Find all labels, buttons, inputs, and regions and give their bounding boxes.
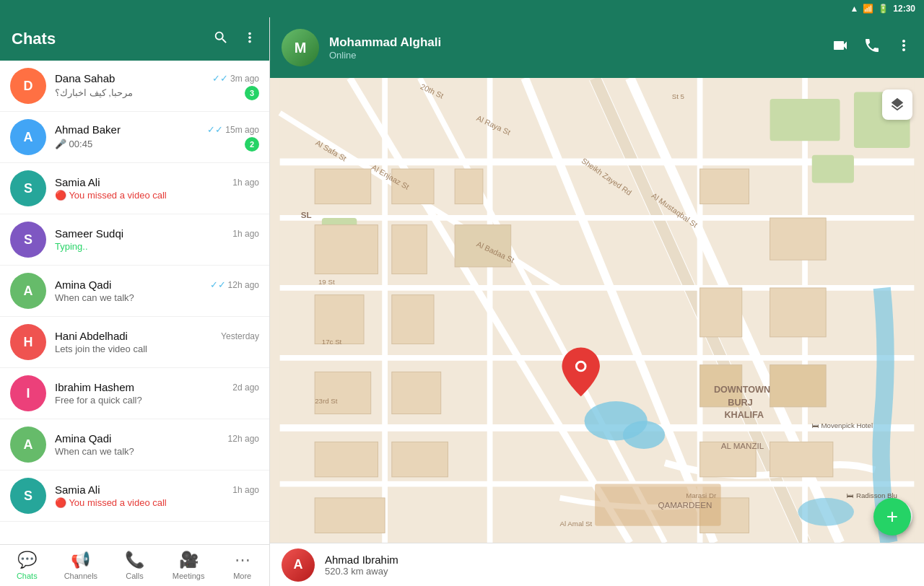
chat-preview-text: Typing..: [55, 241, 88, 252]
svg-rect-31: [315, 295, 364, 344]
chat-preview-text: When can we talk?: [55, 292, 134, 303]
chat-time: ✓✓15m ago: [207, 124, 259, 135]
nav-item-meetings[interactable]: 🎥 Meetings: [162, 546, 216, 585]
chat-info: Amina Qadi 12h ago When can we talk?: [55, 432, 259, 457]
map-layer-button[interactable]: [882, 89, 912, 120]
more-nav-label: More: [233, 572, 251, 580]
left-panel: Chats D Dana Sahab ✓✓3m ago مرحبا, كيف ا…: [0, 17, 270, 586]
chat-header-actions: [832, 37, 912, 58]
chat-item[interactable]: D Dana Sahab ✓✓3m ago مرحبا, كيف اخبارك؟…: [0, 61, 269, 112]
wifi-icon: ▲: [850, 4, 858, 14]
svg-point-71: [578, 363, 585, 370]
chat-info: Samia Ali 1h ago 🔴 You missed a video ca…: [55, 484, 259, 508]
chat-name: Amina Qadi: [55, 279, 111, 291]
chat-name-row: Ahmad Baker ✓✓15m ago: [55, 123, 259, 136]
svg-text:KHALIFA: KHALIFA: [725, 410, 764, 420]
chat-item[interactable]: S Samia Ali 1h ago 🔴 You missed a video …: [0, 163, 269, 214]
chat-preview: When can we talk?: [55, 292, 259, 303]
chat-preview: Typing..: [55, 241, 259, 252]
chat-item[interactable]: A Amina Qadi ✓✓12h ago When can we talk?: [0, 266, 269, 317]
location-info: Ahmad Ibrahim 520.3 km away: [325, 554, 912, 577]
status-bar: ▲ 📶 🔋 12:30: [0, 0, 924, 17]
more-options-button[interactable]: [242, 30, 258, 49]
chat-name-row: Sameer Sudqi 1h ago: [55, 227, 259, 240]
avatar: S: [10, 170, 46, 206]
avatar: S: [10, 222, 46, 258]
avatar: A: [10, 119, 46, 155]
svg-rect-32: [392, 295, 434, 344]
chat-item[interactable]: S Sameer Sudqi 1h ago Typing..: [0, 214, 269, 266]
nav-item-calls[interactable]: 📞 Calls: [108, 546, 162, 585]
contact-status: Online: [329, 50, 821, 61]
chat-item[interactable]: A Amina Qadi 12h ago When can we talk?: [0, 419, 269, 471]
chat-preview-text: Free for a quick call?: [55, 395, 142, 406]
svg-text:DOWNTOWN: DOWNTOWN: [714, 385, 770, 395]
chat-preview: 🎤 00:45 2: [55, 137, 259, 152]
svg-rect-25: [315, 169, 371, 204]
svg-rect-42: [392, 442, 448, 476]
svg-rect-18: [770, 99, 840, 141]
meetings-nav-icon: 🎥: [179, 551, 199, 569]
svg-text:19 St: 19 St: [318, 278, 335, 286]
chat-name-row: Dana Sahab ✓✓3m ago: [55, 72, 259, 84]
chat-info: Samia Ali 1h ago 🔴 You missed a video ca…: [55, 176, 259, 201]
chat-name: Hani Abdelhadi: [55, 330, 128, 342]
svg-point-24: [798, 498, 854, 526]
chat-preview: When can we talk?: [55, 446, 259, 457]
phone-call-button[interactable]: [863, 37, 881, 58]
double-tick-icon: ✓✓: [207, 124, 223, 135]
chat-name: Samia Ali: [55, 176, 100, 188]
chat-name: Amina Qadi: [55, 432, 111, 445]
unread-badge: 3: [245, 86, 259, 100]
map-svg: 20th St Al Safa St St 5 Al Raya St Al En…: [270, 78, 924, 543]
chat-item[interactable]: S Samia Ali 1h ago 🔴 You missed a video …: [0, 471, 269, 522]
chat-preview: Lets join the video call: [55, 344, 259, 354]
svg-point-23: [623, 421, 665, 449]
svg-rect-45: [770, 442, 833, 476]
new-chat-fab[interactable]: +: [873, 498, 911, 535]
chat-preview-text: 🎤 00:45: [55, 139, 92, 149]
chat-item[interactable]: I Ibrahim Hashem 2d ago Free for a quick…: [0, 368, 269, 419]
svg-rect-33: [315, 372, 371, 414]
location-distance: 520.3 km away: [325, 566, 912, 577]
chats-nav-label: Chats: [17, 572, 38, 580]
chat-info: Sameer Sudqi 1h ago Typing..: [55, 227, 259, 252]
main-container: Chats D Dana Sahab ✓✓3m ago مرحبا, كيف ا…: [0, 17, 924, 586]
map-container: 20th St Al Safa St St 5 Al Raya St Al En…: [270, 78, 924, 543]
chat-name: Ahmad Baker: [55, 123, 121, 136]
search-button[interactable]: [213, 30, 229, 49]
chat-time: 1h ago: [232, 178, 259, 188]
chat-preview-text: 🔴 You missed a video call: [55, 497, 167, 508]
avatar: A: [10, 273, 46, 309]
chats-header: Chats: [0, 17, 269, 61]
chat-time: 1h ago: [232, 485, 259, 495]
chat-info: Hani Abdelhadi Yesterday Lets join the v…: [55, 330, 259, 354]
chats-title: Chats: [12, 30, 56, 48]
svg-rect-20: [812, 155, 854, 183]
nav-item-more[interactable]: ⋯ More: [215, 546, 269, 585]
chat-list: D Dana Sahab ✓✓3m ago مرحبا, كيف اخبارك؟…: [0, 61, 269, 544]
contact-info: Mohammad Alghali Online: [329, 35, 821, 61]
header-icons: [213, 30, 258, 49]
svg-rect-36: [770, 218, 827, 260]
chat-item[interactable]: A Ahmad Baker ✓✓15m ago 🎤 00:45 2: [0, 112, 269, 163]
chat-more-options-button[interactable]: [895, 37, 912, 58]
chat-name-row: Samia Ali 1h ago: [55, 484, 259, 496]
avatar: D: [10, 68, 46, 104]
svg-text:QAMARDEEN: QAMARDEEN: [658, 500, 712, 510]
chat-time: 12h ago: [228, 434, 259, 444]
chat-time: Yesterday: [221, 331, 259, 341]
nav-item-channels[interactable]: 📢 Channels: [54, 546, 108, 585]
svg-text:Al Amal St: Al Amal St: [560, 520, 593, 528]
video-call-button[interactable]: [832, 37, 849, 58]
svg-text:St 5: St 5: [672, 92, 684, 100]
chat-header-right: M Mohammad Alghali Online: [270, 17, 924, 78]
status-icons: ▲ 📶 🔋 12:30: [850, 4, 915, 14]
chat-name: Ibrahim Hashem: [55, 381, 134, 393]
nav-item-chats[interactable]: 💬 Chats: [0, 546, 54, 585]
chat-preview: Free for a quick call?: [55, 395, 259, 406]
chat-time: 1h ago: [232, 229, 259, 239]
double-tick-icon: ✓✓: [212, 73, 228, 84]
chat-item[interactable]: H Hani Abdelhadi Yesterday Lets join the…: [0, 317, 269, 368]
contact-name: Mohammad Alghali: [329, 35, 821, 50]
